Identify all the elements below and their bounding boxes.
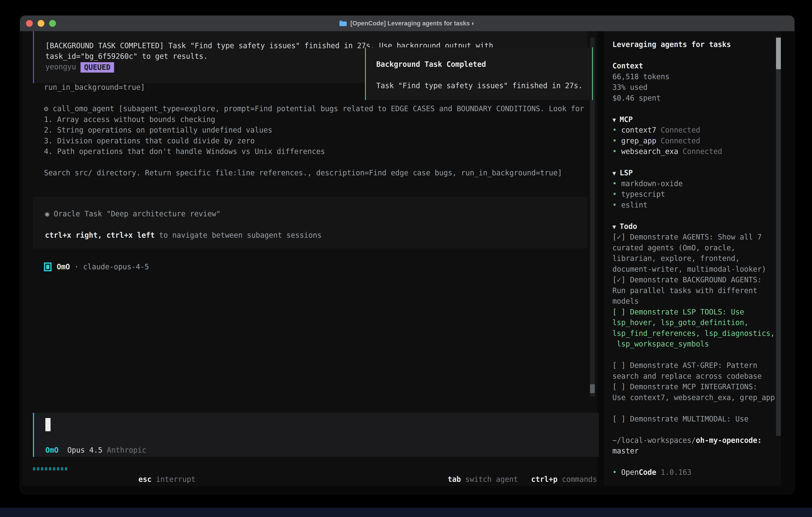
session-icon: ◉ (45, 210, 54, 218)
text-segment: ~/local-workspaces/ (612, 436, 696, 445)
sidebar-line: ~/local-workspaces/oh-my-opencode: (612, 435, 775, 446)
text-segment: 2. String operations on potentially unde… (44, 126, 272, 134)
sidebar-line: document-writer, multimodal-looker) (612, 264, 775, 275)
sidebar-line: ▼ Todo (612, 221, 775, 232)
text-cursor (46, 418, 51, 431)
spinner-dot (65, 467, 67, 470)
queued-badge: QUEUED (81, 62, 114, 73)
sidebar-line: • eslint (612, 200, 775, 211)
text-segment: oh-my-opencode: (696, 436, 762, 445)
desktop-dock-strip (0, 508, 812, 517)
sidebar-line: search and replace across codebase (612, 371, 775, 382)
text-segment: lsp_hover, lsp_goto_definition, (612, 318, 749, 327)
spinner-dot (49, 467, 51, 470)
terminal-line (44, 157, 584, 168)
text-segment: search and replace across codebase (612, 372, 762, 380)
status-dot-icon: • (612, 190, 621, 198)
oracle-box-line: ◉ Oracle Task "Deep architecture review" (45, 209, 587, 219)
titlebar[interactable]: [OpenCode] Leveraging agents for tasks ◐ (20, 16, 794, 31)
sidebar-line: • markdown-oxide (612, 178, 775, 189)
text-segment: [ ] Demonstrate LSP TOOLS: Use (612, 308, 744, 316)
minimize-button[interactable] (37, 20, 45, 27)
text-segment: librarian, explore, frontend, (612, 254, 740, 263)
text-segment: eslint (621, 201, 647, 209)
omo-agent-icon (44, 263, 52, 271)
text-segment: grep_app (621, 137, 656, 145)
text-segment: ctrl+x right, ctrl+x left (45, 231, 155, 240)
sidebar-line: $0.46 spent (612, 93, 775, 104)
status-dot-icon: • (612, 126, 621, 134)
sidebar-line: • grep_app Connected (612, 136, 775, 146)
sidebar-line: ▼ LSP (612, 167, 775, 178)
window-title: [OpenCode] Leveraging agents for tasks ◐ (350, 20, 475, 27)
text-segment: 1. Array access without bounds checking (44, 115, 215, 124)
spinner-dot (33, 467, 35, 470)
session-sidebar: Leveraging agents for tasks Context 66,5… (604, 31, 781, 486)
text-segment: $0.46 spent (612, 94, 661, 102)
text-segment: Code (639, 468, 656, 477)
sidebar-scrollbar[interactable] (776, 37, 781, 436)
text-segment: Todo (619, 222, 637, 231)
prompt-input[interactable]: OmOOpus 4.5Anthropic (33, 413, 599, 457)
sidebar-line: librarian, explore, frontend, (612, 253, 775, 264)
spinner-dot (61, 467, 63, 470)
sidebar-line (612, 350, 775, 360)
text-segment: lsp_find_references, lsp_diagnostics, (612, 329, 775, 338)
sidebar-line: • websearch_exa Connected (612, 146, 775, 157)
notification-title: Background Task Completed (376, 60, 486, 69)
text-segment: Connected (678, 147, 722, 156)
text-segment: [✓] Demonstrate AGENTS: Show all 7 (612, 233, 762, 241)
text-segment: master (612, 446, 639, 455)
background-task-notification: Background Task Completed Task "Find typ… (365, 47, 593, 100)
subagent-session-header[interactable]: OmO · claude-opus-4-5 (44, 262, 149, 272)
sidebar-line: 33% used (612, 82, 775, 93)
tab-key-hint: tab (448, 475, 461, 484)
sidebar-line: lsp_find_references, lsp_diagnostics, (612, 328, 775, 339)
spinner-dot (45, 467, 47, 470)
spinner-dot (41, 467, 43, 470)
close-button[interactable] (26, 20, 33, 27)
text-segment: [ ] Demonstrate AST-GREP: Pattern (612, 361, 757, 370)
text-segment: Connected (656, 137, 700, 145)
zoom-button[interactable] (49, 20, 56, 27)
oracle-task-box: ◉ Oracle Task "Deep architecture review"… (33, 197, 587, 248)
main-scrollbar-thumb[interactable] (590, 384, 595, 393)
collapse-triangle-icon: ▼ (612, 116, 619, 124)
sidebar-line: [ ] Demonstrate MCP INTEGRATIONS: (612, 381, 775, 392)
text-segment: typescript (621, 190, 665, 198)
text-segment: 33% used (612, 83, 647, 91)
activity-spinner-icon (33, 463, 67, 474)
text-segment: LSP (619, 168, 633, 177)
terminal-main-panel: 3. File handles or streams not closed 4.… (22, 31, 598, 486)
sidebar-line: • OpenCode 1.0.163 (612, 467, 775, 478)
text-segment: Context (612, 61, 643, 70)
text-segment: 4. Path operations that don't handle Win… (44, 147, 325, 156)
text-segment: 1.0.163 (656, 468, 692, 477)
status-dot-icon: • (612, 137, 621, 145)
text-segment: call_omo_agent [subagent_type=explore, p… (53, 104, 584, 113)
text-segment: markdown-oxide (621, 179, 683, 188)
sidebar-line: • context7 Connected (612, 125, 775, 136)
tab-key-label: switch agent (461, 475, 518, 484)
text-segment: curated agents (OmO, oracle, (612, 244, 735, 252)
input-agent-label: OmO (46, 445, 59, 456)
gear-icon: ⚙ (44, 104, 53, 113)
terminal-line: 2. String operations on potentially unde… (44, 125, 584, 136)
status-dot-icon: • (612, 147, 621, 156)
sidebar-line: curated agents (OmO, oracle, (612, 243, 775, 253)
text-segment: to navigate between subagent sessions (155, 231, 321, 240)
sidebar-line: models (612, 296, 775, 307)
sidebar-line (612, 403, 775, 414)
text-segment: Leveraging agents for tasks (612, 40, 731, 49)
commands-key-hint: ctrl+p (531, 475, 557, 484)
text-segment: Connected (656, 126, 700, 134)
sidebar-line (612, 103, 775, 114)
text-segment: MCP (619, 115, 633, 124)
sidebar-line: • typescript (612, 189, 775, 200)
input-provider-label: Anthropic (107, 445, 146, 456)
sidebar-scrollbar-thumb[interactable] (776, 37, 781, 69)
text-segment: lsp_workspace_symbols (612, 340, 709, 348)
text-segment: Search src/ directory. Return specific f… (44, 168, 562, 177)
sidebar-line: lsp_workspace_symbols (612, 339, 775, 350)
text-segment: Oracle Task "Deep architecture review" (54, 210, 221, 218)
